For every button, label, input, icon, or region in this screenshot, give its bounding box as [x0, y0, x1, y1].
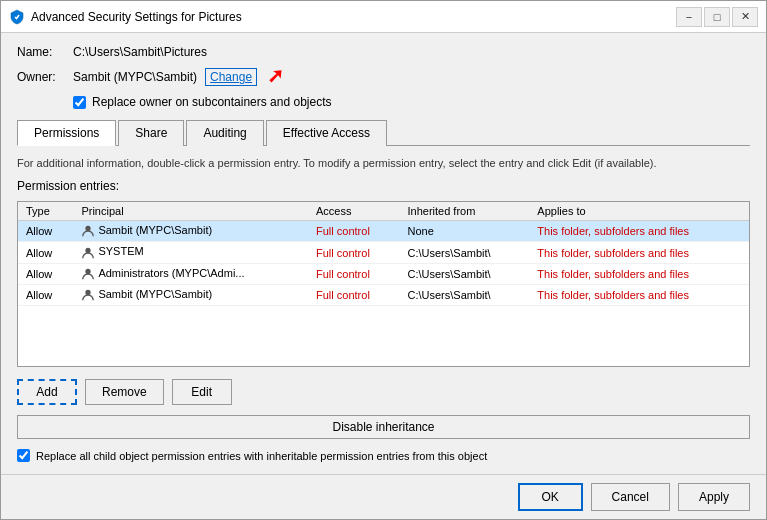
- title-controls: − □ ✕: [676, 7, 758, 27]
- cell-applies: This folder, subfolders and files: [529, 242, 749, 263]
- remove-button[interactable]: Remove: [85, 379, 164, 405]
- tabs-container: Permissions Share Auditing Effective Acc…: [17, 119, 750, 146]
- replace-child-label: Replace all child object permission entr…: [36, 450, 487, 462]
- shield-icon: [9, 9, 25, 25]
- replace-child-row: Replace all child object permission entr…: [17, 449, 750, 462]
- main-window: Advanced Security Settings for Pictures …: [0, 0, 767, 520]
- main-content: Name: C:\Users\Sambit\Pictures Owner: Sa…: [1, 33, 766, 474]
- change-link[interactable]: Change: [205, 68, 257, 86]
- cell-principal: SYSTEM: [73, 242, 308, 263]
- tab-share[interactable]: Share: [118, 120, 184, 146]
- ok-button[interactable]: OK: [518, 483, 583, 511]
- col-applies: Applies to: [529, 202, 749, 221]
- permission-entries-label: Permission entries:: [17, 179, 750, 193]
- action-buttons: Add Remove Edit: [17, 379, 750, 405]
- permissions-table: Type Principal Access Inherited from App…: [18, 202, 749, 305]
- title-bar-left: Advanced Security Settings for Pictures: [9, 9, 242, 25]
- owner-row: Owner: Sambit (MYPC\Sambit) Change ➘: [17, 65, 750, 89]
- cell-type: Allow: [18, 242, 73, 263]
- cell-inherited: C:\Users\Sambit\: [399, 263, 529, 284]
- cell-principal: Sambit (MYPC\Sambit): [73, 221, 308, 242]
- svg-point-1: [86, 247, 91, 252]
- cancel-button[interactable]: Cancel: [591, 483, 670, 511]
- permissions-table-wrapper: Type Principal Access Inherited from App…: [17, 201, 750, 367]
- table-header-row: Type Principal Access Inherited from App…: [18, 202, 749, 221]
- window-title: Advanced Security Settings for Pictures: [31, 10, 242, 24]
- owner-value: Sambit (MYPC\Sambit): [73, 70, 197, 84]
- cell-type: Allow: [18, 263, 73, 284]
- replace-owner-checkbox[interactable]: [73, 96, 86, 109]
- replace-child-checkbox[interactable]: [17, 449, 30, 462]
- close-button[interactable]: ✕: [732, 7, 758, 27]
- cell-inherited: C:\Users\Sambit\: [399, 242, 529, 263]
- cell-principal: Administrators (MYPC\Admi...: [73, 263, 308, 284]
- cell-applies: This folder, subfolders and files: [529, 263, 749, 284]
- col-principal: Principal: [73, 202, 308, 221]
- cell-access: Full control: [308, 284, 399, 305]
- tab-effective-access[interactable]: Effective Access: [266, 120, 387, 146]
- tab-auditing[interactable]: Auditing: [186, 120, 263, 146]
- svg-point-3: [86, 290, 91, 295]
- svg-point-2: [86, 268, 91, 273]
- replace-owner-row: Replace owner on subcontainers and objec…: [73, 95, 750, 109]
- tab-permissions[interactable]: Permissions: [17, 120, 116, 146]
- apply-button[interactable]: Apply: [678, 483, 750, 511]
- cell-access: Full control: [308, 263, 399, 284]
- arrow-indicator: ➘: [267, 65, 284, 89]
- add-button[interactable]: Add: [17, 379, 77, 405]
- cell-inherited: None: [399, 221, 529, 242]
- svg-point-0: [86, 226, 91, 231]
- cell-applies: This folder, subfolders and files: [529, 221, 749, 242]
- info-text: For additional information, double-click…: [17, 156, 750, 171]
- col-access: Access: [308, 202, 399, 221]
- col-inherited: Inherited from: [399, 202, 529, 221]
- name-value: C:\Users\Sambit\Pictures: [73, 45, 207, 59]
- cell-access: Full control: [308, 221, 399, 242]
- table-row[interactable]: Allow Sambit (MYPC\Sambit) Full control …: [18, 284, 749, 305]
- maximize-button[interactable]: □: [704, 7, 730, 27]
- table-row[interactable]: Allow Sambit (MYPC\Sambit) Full control …: [18, 221, 749, 242]
- cell-access: Full control: [308, 242, 399, 263]
- cell-applies: This folder, subfolders and files: [529, 284, 749, 305]
- footer: OK Cancel Apply: [1, 474, 766, 519]
- minimize-button[interactable]: −: [676, 7, 702, 27]
- title-bar: Advanced Security Settings for Pictures …: [1, 1, 766, 33]
- cell-type: Allow: [18, 284, 73, 305]
- name-label: Name:: [17, 45, 65, 59]
- col-type: Type: [18, 202, 73, 221]
- table-row[interactable]: Allow SYSTEM Full control C:\Users\Sambi…: [18, 242, 749, 263]
- owner-label: Owner:: [17, 70, 65, 84]
- cell-type: Allow: [18, 221, 73, 242]
- name-row: Name: C:\Users\Sambit\Pictures: [17, 45, 750, 59]
- replace-owner-label: Replace owner on subcontainers and objec…: [92, 95, 331, 109]
- disable-inheritance-button[interactable]: Disable inheritance: [17, 415, 750, 439]
- cell-inherited: C:\Users\Sambit\: [399, 284, 529, 305]
- edit-button[interactable]: Edit: [172, 379, 232, 405]
- cell-principal: Sambit (MYPC\Sambit): [73, 284, 308, 305]
- table-row[interactable]: Allow Administrators (MYPC\Admi... Full …: [18, 263, 749, 284]
